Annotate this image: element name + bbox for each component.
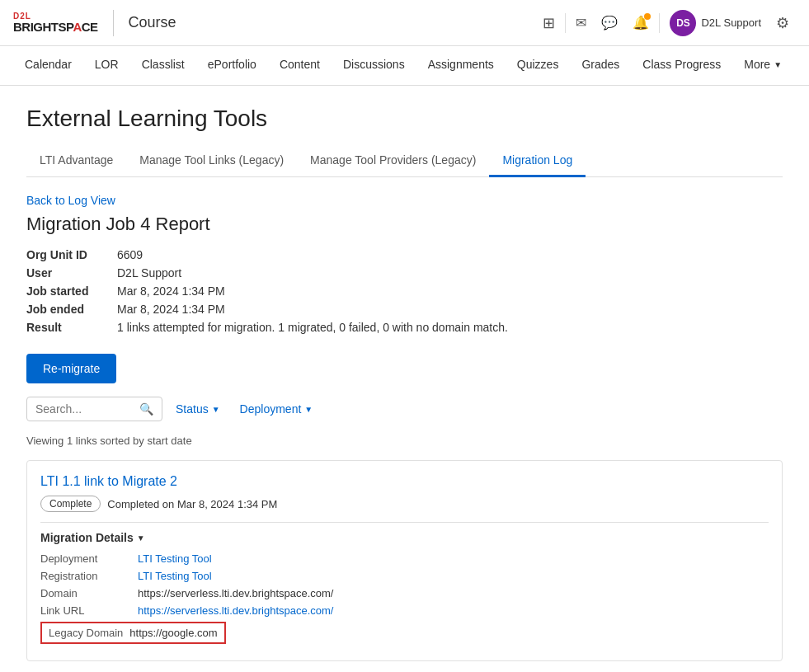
main-content: External Learning Tools LTI Advantage Ma… — [0, 86, 809, 672]
org-unit-label: Org Unit ID — [26, 248, 117, 261]
back-link[interactable]: Back to Log View — [26, 194, 115, 207]
dots-divider — [565, 13, 566, 33]
sidebar-item-grades[interactable]: Grades — [570, 46, 631, 85]
details-row-deployment: Deployment LTI Testing Tool — [40, 552, 769, 565]
page-title: External Learning Tools — [26, 106, 783, 132]
deployment-value[interactable]: LTI Testing Tool — [138, 552, 212, 565]
info-row-job-ended: Job ended Mar 8, 2024 1:34 PM — [26, 303, 783, 316]
search-icon: 🔍 — [139, 402, 153, 416]
sidebar-item-eportfolio[interactable]: ePortfolio — [196, 46, 268, 85]
sidebar-item-class-progress[interactable]: Class Progress — [631, 46, 732, 85]
mail-icon-btn[interactable]: ✉ — [569, 8, 593, 37]
viewing-info: Viewing 1 links sorted by start date — [26, 435, 783, 447]
info-row-user: User D2L Support — [26, 266, 783, 280]
link-url-value[interactable]: https://serverless.lti.dev.brightspace.c… — [138, 604, 333, 617]
tab-migration-log[interactable]: Migration Log — [489, 145, 586, 177]
link-title[interactable]: LTI 1.1 link to Migrate 2 — [40, 474, 769, 489]
avatar-btn[interactable]: DS D2L Support — [663, 7, 768, 40]
deployment-filter-label: Deployment — [240, 402, 302, 416]
search-box: 🔍 — [26, 397, 162, 421]
more-label: More — [744, 58, 770, 71]
job-ended-value: Mar 8, 2024 1:34 PM — [117, 303, 225, 316]
tab-manage-tool-links[interactable]: Manage Tool Links (Legacy) — [126, 145, 297, 177]
tab-manage-tool-providers[interactable]: Manage Tool Providers (Legacy) — [297, 145, 489, 177]
chevron-down-icon: ▼ — [774, 60, 782, 69]
logo: D2L BRIGHTSPACE — [13, 12, 98, 35]
sub-tabs: LTI Advantage Manage Tool Links (Legacy)… — [26, 145, 783, 177]
sidebar-item-content[interactable]: Content — [268, 46, 332, 85]
deployment-label: Deployment — [40, 552, 131, 565]
status-filter-btn[interactable]: Status ▼ — [169, 397, 227, 421]
sidebar-item-more[interactable]: More ▼ — [732, 46, 793, 85]
avatar-name: D2L Support — [701, 16, 761, 29]
legacy-domain-value: https://google.com — [129, 627, 217, 639]
domain-value: https://serverless.lti.dev.brightspace.c… — [138, 587, 333, 599]
remigrate-button[interactable]: Re-migrate — [26, 354, 116, 383]
mail-icon: ✉ — [576, 16, 586, 30]
completed-text: Completed on Mar 8, 2024 1:34 PM — [107, 498, 277, 510]
status-chevron-icon: ▼ — [212, 405, 220, 414]
grid-icon: ⊞ — [543, 15, 555, 31]
logo-area: D2L BRIGHTSPACE — [13, 12, 98, 35]
sidebar-item-calendar[interactable]: Calendar — [13, 46, 83, 85]
details-row-link-url: Link URL https://serverless.lti.dev.brig… — [40, 604, 769, 617]
info-row-job-started: Job started Mar 8, 2024 1:34 PM — [26, 284, 783, 298]
report-info: Org Unit ID 6609 User D2L Support Job st… — [26, 248, 783, 334]
dots-divider2 — [659, 13, 660, 33]
migration-details-label: Migration Details — [40, 531, 134, 544]
course-title: Course — [129, 14, 176, 31]
link-item: LTI 1.1 link to Migrate 2 Complete Compl… — [26, 460, 783, 661]
top-header: D2L BRIGHTSPACE Course ⊞ ✉ 💬 🔔 DS D2L Su… — [0, 0, 809, 46]
sidebar-item-discussions[interactable]: Discussions — [332, 46, 416, 85]
user-label: User — [26, 266, 117, 280]
registration-value[interactable]: LTI Testing Tool — [138, 570, 212, 582]
deployment-filter-btn[interactable]: Deployment ▼ — [233, 397, 320, 421]
report-title: Migration Job 4 Report — [26, 214, 783, 235]
info-row-result: Result 1 links attempted for migration. … — [26, 321, 783, 334]
details-row-legacy-domain: Legacy Domain https://google.com — [40, 622, 226, 644]
search-filter-row: 🔍 Status ▼ Deployment ▼ — [26, 397, 783, 421]
details-table: Deployment LTI Testing Tool Registration… — [40, 552, 769, 647]
job-started-value: Mar 8, 2024 1:34 PM — [117, 284, 225, 298]
tab-lti-advantage[interactable]: LTI Advantage — [26, 145, 126, 177]
status-filter-label: Status — [176, 402, 209, 416]
user-value: D2L Support — [117, 266, 181, 280]
notification-badge — [644, 13, 651, 20]
search-input[interactable] — [35, 402, 134, 416]
legacy-domain-label: Legacy Domain — [49, 627, 123, 639]
link-url-label: Link URL — [40, 604, 131, 617]
org-unit-value: 6609 — [117, 248, 143, 261]
avatar: DS — [670, 10, 696, 36]
info-row-org-unit: Org Unit ID 6609 — [26, 248, 783, 261]
chat-icon: 💬 — [601, 16, 618, 30]
details-row-registration: Registration LTI Testing Tool — [40, 570, 769, 582]
chat-icon-btn[interactable]: 💬 — [595, 8, 624, 37]
sidebar-item-quizzes[interactable]: Quizzes — [506, 46, 571, 85]
settings-icon-btn[interactable]: ⚙ — [769, 7, 796, 39]
header-divider — [113, 10, 114, 36]
status-badge: Complete — [40, 496, 101, 512]
bell-icon-btn[interactable]: 🔔 — [626, 8, 656, 37]
job-started-label: Job started — [26, 284, 117, 298]
settings-icon: ⚙ — [776, 15, 789, 31]
details-row-domain: Domain https://serverless.lti.dev.bright… — [40, 587, 769, 599]
sidebar-item-assignments[interactable]: Assignments — [416, 46, 506, 85]
migration-details-toggle[interactable]: Migration Details ▼ — [40, 522, 769, 544]
sidebar-item-lor[interactable]: LOR — [83, 46, 130, 85]
domain-label: Domain — [40, 587, 131, 599]
registration-label: Registration — [40, 570, 131, 582]
job-ended-label: Job ended — [26, 303, 117, 316]
nav-bar: Calendar LOR Classlist ePortfolio Conten… — [0, 46, 809, 86]
link-status-row: Complete Completed on Mar 8, 2024 1:34 P… — [40, 496, 769, 512]
details-chevron-icon: ▼ — [137, 533, 145, 543]
result-label: Result — [26, 321, 117, 334]
result-value: 1 links attempted for migration. 1 migra… — [117, 321, 508, 334]
logo-brightspace-text: BRIGHTSPACE — [13, 21, 98, 35]
deployment-chevron-icon: ▼ — [304, 405, 313, 414]
grid-icon-btn[interactable]: ⊞ — [536, 7, 562, 39]
sidebar-item-classlist[interactable]: Classlist — [130, 46, 196, 85]
header-right: ⊞ ✉ 💬 🔔 DS D2L Support ⚙ — [536, 7, 796, 40]
